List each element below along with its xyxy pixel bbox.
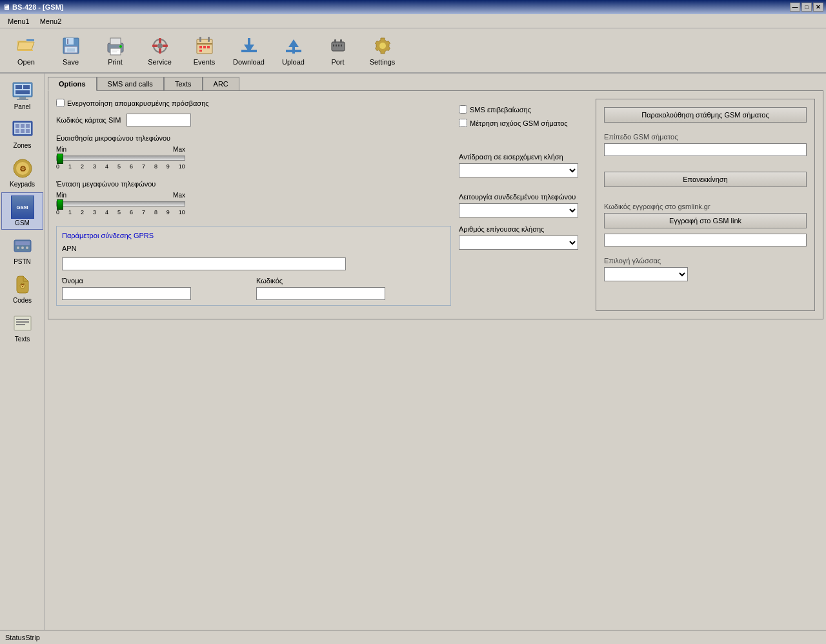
sidebar-item-pstn[interactable]: PSTN xyxy=(1,231,43,268)
svg-rect-19 xyxy=(163,45,168,47)
restart-button[interactable]: Επανεκκίνηση xyxy=(604,172,807,187)
outgoing-call-select[interactable] xyxy=(459,236,578,250)
svg-rect-55 xyxy=(15,129,19,133)
sidebar-item-texts[interactable]: Texts xyxy=(1,308,43,346)
sidebar-item-panel[interactable]: Panel xyxy=(1,76,43,114)
save-button[interactable]: Save xyxy=(50,32,92,69)
tab-arc[interactable]: ARC xyxy=(203,77,239,91)
gsm-measure-label[interactable]: Μέτρηση ισχύος GSM σήματος xyxy=(459,119,588,127)
sms-confirm-checkbox[interactable] xyxy=(459,105,467,114)
speaker-slider-track[interactable] xyxy=(56,201,185,206)
svg-rect-22 xyxy=(199,37,201,42)
zones-label: Zones xyxy=(14,142,32,149)
apn-input[interactable] xyxy=(62,257,346,270)
print-label: Print xyxy=(108,58,123,66)
svg-rect-18 xyxy=(152,45,157,47)
title-bar: 🖥 BS-428 - [GSM] — □ ✕ xyxy=(0,0,826,14)
svg-rect-62 xyxy=(15,241,30,245)
gsm-measure-checkbox[interactable] xyxy=(459,119,467,127)
password-input[interactable] xyxy=(256,287,385,300)
apn-row: APN xyxy=(62,245,445,252)
gprs-two-col: Όνομα Κωδικός xyxy=(62,277,445,300)
sim-code-label: Κωδικός κάρτας SIM xyxy=(56,116,121,124)
gsm-icon: GSM xyxy=(11,196,34,219)
tab-texts[interactable]: Texts xyxy=(164,77,203,91)
codes-label: Codes xyxy=(13,297,32,304)
svg-rect-31 xyxy=(248,38,250,46)
close-button[interactable]: ✕ xyxy=(813,3,823,12)
svg-rect-5 xyxy=(66,38,74,45)
sms-confirm-label[interactable]: SMS επιβεβαίωσης xyxy=(459,105,588,114)
texts-label: Texts xyxy=(15,336,30,343)
svg-rect-41 xyxy=(341,45,342,46)
gsm-link-code-label: Κωδικός εγγραφής στο gsmlink.gr xyxy=(604,203,807,210)
mic-slider-thumb[interactable] xyxy=(57,154,63,164)
speaker-slider-thumb[interactable] xyxy=(57,199,63,210)
language-select[interactable] xyxy=(604,267,688,281)
sidebar-item-keypads[interactable]: ⚙ Keypads xyxy=(1,154,43,191)
svg-point-14 xyxy=(119,45,122,48)
svg-rect-28 xyxy=(199,50,202,52)
port-label: Port xyxy=(331,58,344,66)
svg-point-64 xyxy=(21,247,24,249)
speaker-minmax: Min Max xyxy=(56,192,185,199)
svg-point-67 xyxy=(22,286,23,287)
apn-label: APN xyxy=(62,245,77,252)
gprs-password-col: Κωδικός xyxy=(256,277,445,300)
sidebar-item-gsm[interactable]: GSM GSM xyxy=(1,192,43,230)
settings-icon xyxy=(371,35,394,57)
gsm-level-label: Επίπεδο GSM σήματος xyxy=(604,133,807,141)
sidebar-item-codes[interactable]: Codes xyxy=(1,270,43,307)
svg-rect-8 xyxy=(67,48,75,52)
events-button[interactable]: Events xyxy=(183,32,225,69)
print-button[interactable]: Print xyxy=(94,32,136,69)
mic-slider-labels: 012345678910 xyxy=(56,163,185,170)
title-bar-controls: — □ ✕ xyxy=(790,3,823,12)
service-icon xyxy=(148,35,172,57)
menu-item-menu1[interactable]: Menu1 xyxy=(3,16,35,26)
menu-item-menu2[interactable]: Menu2 xyxy=(35,16,67,26)
svg-rect-34 xyxy=(292,46,295,54)
minimize-button[interactable]: — xyxy=(790,3,800,12)
name-input[interactable] xyxy=(62,287,191,300)
remote-access-checkbox-label[interactable]: Ενεργοποίηση απομακρυσμένης πρόσβασης xyxy=(56,99,451,107)
print-icon xyxy=(104,35,127,57)
open-icon xyxy=(15,35,38,57)
title-bar-text: BS-428 - [GSM] xyxy=(12,3,63,11)
gsm-link-input[interactable] xyxy=(604,234,807,247)
upload-button[interactable]: Upload xyxy=(272,32,314,69)
svg-rect-52 xyxy=(15,124,19,128)
port-button[interactable]: Port xyxy=(317,32,359,69)
name-label: Όνομα xyxy=(62,277,251,285)
save-icon xyxy=(59,35,83,57)
gsm-link-reg-button[interactable]: Εγγραφή στο GSM link xyxy=(604,213,807,228)
open-button[interactable]: Open xyxy=(5,32,47,69)
settings-button[interactable]: Settings xyxy=(361,32,403,69)
upload-icon xyxy=(282,35,305,57)
gsm-monitor-button[interactable]: Παρακολούθηση στάθμης GSM σήματος xyxy=(604,107,807,123)
remote-access-checkbox[interactable] xyxy=(56,99,65,107)
upload-label: Upload xyxy=(282,58,305,66)
sidebar-item-zones[interactable]: Zones xyxy=(1,115,43,152)
tab-sms-and-calls[interactable]: SMS and calls xyxy=(97,77,164,91)
gprs-name-col: Όνομα xyxy=(62,277,251,300)
connected-phone-select[interactable] xyxy=(459,203,578,217)
mic-slider-track[interactable] xyxy=(56,156,185,161)
download-button[interactable]: Download xyxy=(228,32,270,69)
incoming-call-select[interactable] xyxy=(459,163,578,177)
events-label: Events xyxy=(194,58,216,66)
svg-text:⚙: ⚙ xyxy=(19,165,26,174)
download-icon xyxy=(237,35,261,57)
maximize-button[interactable]: □ xyxy=(801,3,812,12)
service-button[interactable]: Service xyxy=(139,32,181,69)
sim-code-input[interactable] xyxy=(126,114,191,126)
svg-rect-12 xyxy=(112,50,119,50)
svg-rect-25 xyxy=(199,46,202,48)
svg-rect-56 xyxy=(21,129,25,133)
tab-options[interactable]: Options xyxy=(48,77,97,91)
panel-icon xyxy=(11,79,34,103)
svg-rect-24 xyxy=(197,43,212,45)
language-label: Επιλογή γλώσσας xyxy=(604,257,807,265)
svg-point-65 xyxy=(26,247,28,249)
gsm-level-input[interactable] xyxy=(604,143,807,156)
